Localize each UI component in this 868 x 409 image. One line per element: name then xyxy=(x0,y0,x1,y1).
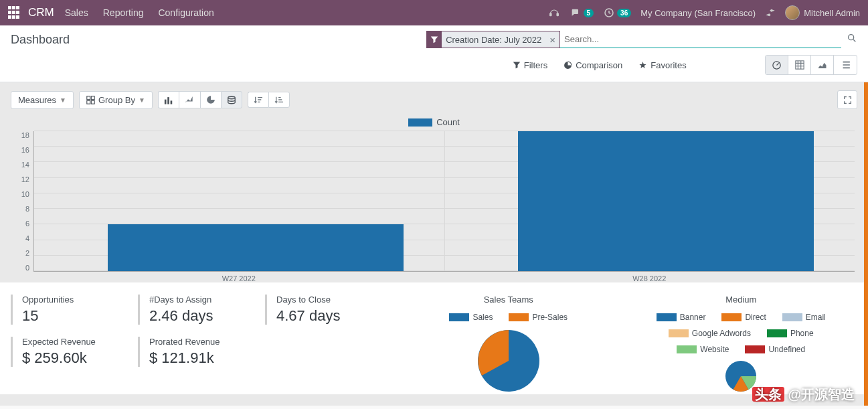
nav-configuration[interactable]: Configuration xyxy=(158,7,213,18)
messaging-icon[interactable]: 5 xyxy=(570,7,594,18)
sort-group xyxy=(248,92,290,108)
kpi-row: Opportunities 15 Expected Revenue $ 259.… xyxy=(0,282,868,394)
expand-icon[interactable] xyxy=(837,90,857,109)
activities-badge: 36 xyxy=(617,9,631,17)
chart-type-group xyxy=(158,91,242,108)
user-menu[interactable]: Mitchell Admin xyxy=(785,5,860,20)
plot-area xyxy=(33,131,855,272)
kpi-days-assign[interactable]: #Days to Assign 2.46 days xyxy=(138,295,252,325)
legend-item[interactable]: Undefined xyxy=(745,345,805,354)
top-navbar: CRM Sales Reporting Configuration 5 36 M… xyxy=(0,0,868,25)
list-view-icon[interactable] xyxy=(834,56,857,74)
user-name: Mitchell Admin xyxy=(804,8,860,18)
kpi-days-close[interactable]: Days to Close 4.67 days xyxy=(265,295,379,325)
nav-reporting[interactable]: Reporting xyxy=(103,7,144,18)
legend-label: Count xyxy=(436,117,460,127)
svg-point-13 xyxy=(228,96,236,99)
x-axis: W27 2022W28 2022 xyxy=(33,272,855,282)
svg-rect-8 xyxy=(87,100,90,104)
line-chart-icon[interactable] xyxy=(179,91,200,108)
svg-rect-7 xyxy=(91,96,94,99)
stacked-icon[interactable] xyxy=(221,91,242,108)
legend-item[interactable]: Direct xyxy=(721,313,766,322)
search-facet: Creation Date: July 2022 × xyxy=(426,31,560,48)
svg-rect-9 xyxy=(91,100,94,104)
messaging-badge: 5 xyxy=(584,9,594,17)
user-avatar xyxy=(785,5,800,20)
svg-rect-0 xyxy=(549,13,551,16)
filters-button[interactable]: Filters xyxy=(513,60,547,70)
pie-chart-icon[interactable] xyxy=(200,91,221,108)
activities-icon[interactable]: 36 xyxy=(603,7,631,19)
favorites-button[interactable]: Favorites xyxy=(638,60,686,70)
kpi-opportunities[interactable]: Opportunities 15 xyxy=(11,295,124,325)
voip-icon[interactable] xyxy=(548,7,560,18)
page-title: Dashboard xyxy=(11,33,70,47)
groupby-button[interactable]: Group By▼ xyxy=(79,91,153,109)
svg-rect-1 xyxy=(557,13,558,16)
watermark: 头条 头条 @开源智造@开源智造 xyxy=(752,386,855,404)
svg-rect-6 xyxy=(87,96,90,99)
bar[interactable] xyxy=(108,224,403,271)
comparison-button[interactable]: Comparison xyxy=(563,60,622,70)
legend-swatch xyxy=(408,118,432,127)
dashboard-view-icon[interactable] xyxy=(766,56,788,74)
pie-medium: Medium BannerDirectEmailGoogle AdwordsPh… xyxy=(625,295,858,394)
view-switcher xyxy=(765,55,857,75)
svg-rect-10 xyxy=(165,99,167,104)
main-chart: Count 181614121086420 W27 2022W28 2022 xyxy=(0,117,868,282)
company-selector[interactable]: My Company (San Francisco) xyxy=(640,8,756,18)
chart-toolbar: Measures▼ Group By▼ xyxy=(0,82,868,117)
debug-icon[interactable] xyxy=(765,7,776,18)
legend-item[interactable]: Sales xyxy=(449,313,493,322)
sort-desc-icon[interactable] xyxy=(248,92,268,108)
y-axis: 181614121086420 xyxy=(13,131,33,272)
filter-icon xyxy=(427,31,442,48)
measures-button[interactable]: Measures▼ xyxy=(11,91,74,109)
dashboard-body: Measures▼ Group By▼ Count 18161412108642… xyxy=(0,82,868,406)
legend-item[interactable]: Pre-Sales xyxy=(509,313,568,322)
app-brand[interactable]: CRM xyxy=(28,6,54,19)
legend-item[interactable]: Google Adwords xyxy=(669,329,751,338)
nav-sales[interactable]: Sales xyxy=(65,7,88,18)
bar-chart-icon[interactable] xyxy=(158,91,179,108)
svg-rect-11 xyxy=(167,97,169,104)
svg-rect-12 xyxy=(170,100,172,104)
kpi-expected-revenue[interactable]: Expected Revenue $ 259.60k xyxy=(11,337,124,367)
pivot-view-icon[interactable] xyxy=(788,56,811,74)
bar[interactable] xyxy=(518,131,813,271)
sort-asc-icon[interactable] xyxy=(268,92,290,108)
control-panel: Dashboard Creation Date: July 2022 × Fil… xyxy=(0,25,868,82)
bars xyxy=(34,131,855,271)
pie-sales-teams: Sales Teams SalesPre-Sales xyxy=(392,295,625,394)
facet-remove[interactable]: × xyxy=(545,34,559,46)
pie-teams-chart xyxy=(462,327,555,394)
kpi-prorated-revenue[interactable]: Prorated Revenue $ 121.91k xyxy=(138,337,252,367)
search-input[interactable] xyxy=(560,31,841,48)
apps-icon[interactable] xyxy=(8,6,21,19)
svg-rect-5 xyxy=(795,61,803,69)
graph-view-icon[interactable] xyxy=(811,56,834,74)
svg-point-3 xyxy=(849,35,854,40)
legend-item[interactable]: Phone xyxy=(767,329,814,338)
legend-item[interactable]: Banner xyxy=(657,313,706,322)
legend-item[interactable]: Website xyxy=(677,345,729,354)
search-icon[interactable] xyxy=(847,33,857,46)
facet-label: Creation Date: July 2022 xyxy=(442,35,545,45)
legend-item[interactable]: Email xyxy=(782,313,826,322)
